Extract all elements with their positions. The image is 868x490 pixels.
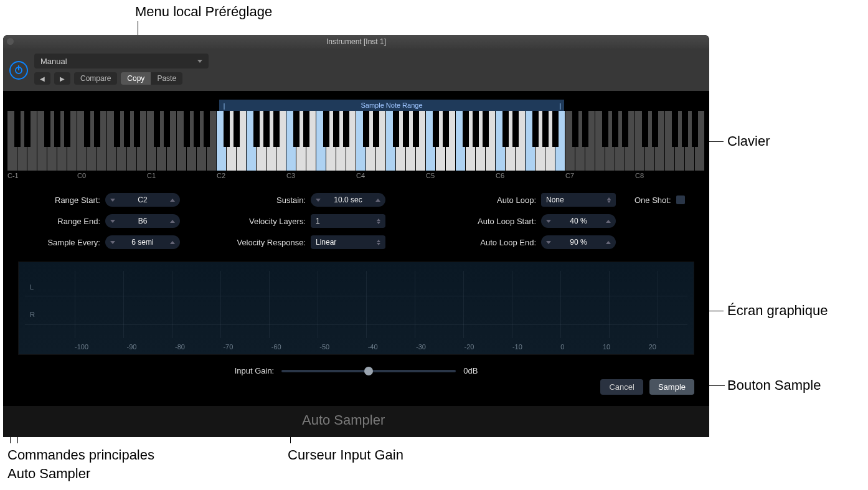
compare-button[interactable]: Compare: [74, 72, 117, 85]
black-key[interactable]: [652, 111, 658, 147]
black-key[interactable]: [403, 111, 409, 147]
black-key[interactable]: [184, 111, 190, 147]
black-key[interactable]: [622, 111, 628, 147]
prev-preset-button[interactable]: ◀: [34, 72, 50, 85]
sustain-value: 10.0 sec: [334, 196, 362, 204]
vel-response-value: Linear: [316, 238, 336, 247]
sample-range-label: Sample Note Range: [361, 101, 422, 109]
black-key[interactable]: [224, 111, 230, 147]
graph-left-label: L: [30, 283, 34, 291]
range-start-value: C2: [138, 196, 147, 204]
black-key[interactable]: [263, 111, 270, 147]
preset-value: Manual: [40, 57, 67, 66]
black-key[interactable]: [84, 111, 90, 147]
sample-every-value: 6 semi: [131, 238, 153, 247]
range-grip-left[interactable]: |||: [220, 101, 227, 110]
black-key[interactable]: [164, 111, 170, 147]
black-key[interactable]: [253, 111, 260, 147]
black-key[interactable]: [323, 111, 329, 147]
auto-loop-start-stepper[interactable]: 40 %: [541, 214, 616, 228]
sample-every-label: Sample Every:: [47, 238, 100, 247]
black-key[interactable]: [572, 111, 578, 147]
close-icon[interactable]: [7, 38, 14, 45]
octave-label: C0: [77, 172, 86, 179]
range-end-stepper[interactable]: B6: [105, 214, 180, 228]
graph-tick: -90: [127, 343, 137, 351]
sample-button[interactable]: Sample: [649, 379, 694, 395]
black-key[interactable]: [512, 111, 519, 147]
vel-layers-select[interactable]: 1: [311, 214, 385, 228]
copy-button[interactable]: Copy: [121, 72, 151, 85]
black-key[interactable]: [24, 111, 31, 147]
cancel-button[interactable]: Cancel: [600, 379, 643, 395]
one-shot-label: One Shot:: [634, 196, 671, 205]
sustain-stepper[interactable]: 10.0 sec: [311, 193, 385, 207]
sample-every-stepper[interactable]: 6 semi: [105, 235, 180, 249]
black-key[interactable]: [552, 111, 559, 147]
graph-ticks: -100-90-80-70-60-50-40-30-20-1001020: [19, 343, 694, 351]
black-key[interactable]: [194, 111, 200, 147]
sample-range-highlight[interactable]: ||| Sample Note Range |||: [219, 100, 564, 111]
black-key[interactable]: [54, 111, 60, 147]
black-key[interactable]: [602, 111, 608, 147]
black-key[interactable]: [333, 111, 339, 147]
octave-label: C4: [356, 172, 365, 179]
black-key[interactable]: [94, 111, 100, 147]
black-key[interactable]: [373, 111, 379, 147]
octave-label: C2: [217, 172, 225, 179]
paste-button[interactable]: Paste: [151, 72, 182, 85]
auto-loop-end-stepper[interactable]: 90 %: [541, 235, 616, 249]
range-end-value: B6: [138, 217, 148, 225]
black-key[interactable]: [134, 111, 140, 147]
black-key[interactable]: [443, 111, 449, 147]
black-key[interactable]: [44, 111, 50, 147]
next-preset-button[interactable]: ▶: [54, 72, 70, 85]
sustain-label: Sustain:: [276, 196, 306, 205]
input-gain-slider[interactable]: [281, 370, 456, 372]
vel-response-select[interactable]: Linear: [311, 235, 385, 249]
black-key[interactable]: [682, 111, 688, 147]
power-button[interactable]: [9, 61, 28, 80]
slider-thumb[interactable]: [364, 367, 373, 375]
black-key[interactable]: [204, 111, 210, 147]
input-gain-row: Input Gain: 0dB: [3, 355, 709, 379]
black-key[interactable]: [234, 111, 240, 147]
sample-range-bar[interactable]: ||| Sample Note Range |||: [3, 100, 709, 111]
black-key[interactable]: [273, 111, 280, 147]
black-key[interactable]: [64, 111, 70, 147]
auto-loop-label: Auto Loop:: [497, 196, 536, 205]
black-key[interactable]: [433, 111, 439, 147]
black-key[interactable]: [642, 111, 648, 147]
one-shot-checkbox[interactable]: [676, 196, 685, 204]
black-key[interactable]: [542, 111, 549, 147]
black-key[interactable]: [124, 111, 130, 147]
black-key[interactable]: [692, 111, 698, 147]
black-key[interactable]: [582, 111, 588, 147]
callout-preset-menu: Menu local Préréglage: [135, 4, 272, 20]
octave-labels: C-1C0C1C2C3C4C5C6C7C8: [3, 171, 709, 183]
black-key[interactable]: [303, 111, 309, 147]
auto-loop-select[interactable]: None: [541, 193, 616, 207]
black-key[interactable]: [473, 111, 479, 147]
preset-menu[interactable]: Manual: [34, 54, 209, 68]
graph-tick: 0: [560, 343, 564, 351]
black-key[interactable]: [14, 111, 21, 147]
black-key[interactable]: [532, 111, 539, 147]
black-key[interactable]: [114, 111, 120, 147]
black-key[interactable]: [393, 111, 399, 147]
black-key[interactable]: [463, 111, 469, 147]
black-key[interactable]: [502, 111, 509, 147]
window-title: Instrument [Inst 1]: [326, 37, 386, 46]
black-key[interactable]: [413, 111, 419, 147]
range-grip-right[interactable]: |||: [557, 101, 563, 110]
black-key[interactable]: [154, 111, 160, 147]
black-key[interactable]: [612, 111, 618, 147]
black-key[interactable]: [672, 111, 678, 147]
black-key[interactable]: [343, 111, 349, 147]
black-key[interactable]: [293, 111, 300, 147]
range-start-stepper[interactable]: C2: [105, 193, 180, 207]
keyboard[interactable]: [3, 111, 709, 171]
graph-tick: -50: [319, 343, 329, 351]
black-key[interactable]: [483, 111, 489, 147]
black-key[interactable]: [363, 111, 369, 147]
